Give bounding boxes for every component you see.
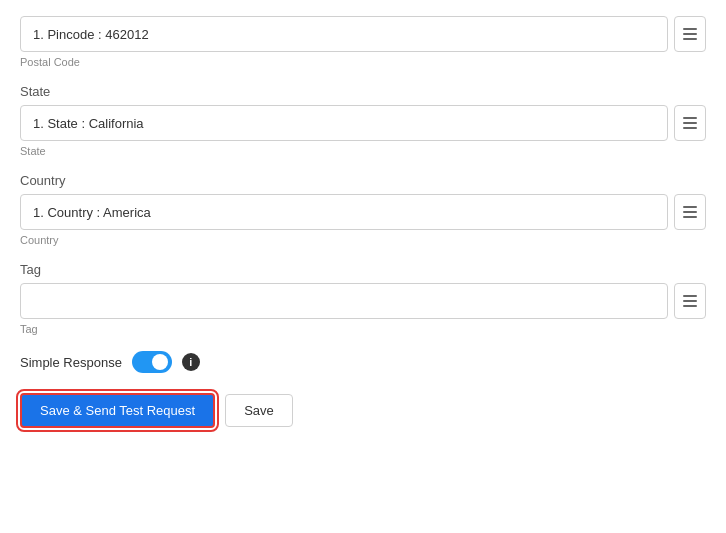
state-row bbox=[20, 105, 706, 141]
postal-code-sub-label: Postal Code bbox=[20, 56, 706, 68]
save-send-test-request-button[interactable]: Save & Send Test Request bbox=[20, 393, 215, 428]
country-row bbox=[20, 194, 706, 230]
tag-row bbox=[20, 283, 706, 319]
tag-group-label: Tag bbox=[20, 262, 706, 277]
state-sub-label: State bbox=[20, 145, 706, 157]
postal-code-menu-button[interactable] bbox=[674, 16, 706, 52]
state-input[interactable] bbox=[20, 105, 668, 141]
info-icon[interactable]: i bbox=[182, 353, 200, 371]
tag-group: Tag Tag bbox=[20, 262, 706, 335]
menu-icon bbox=[683, 295, 697, 307]
postal-code-row bbox=[20, 16, 706, 52]
buttons-row: Save & Send Test Request Save bbox=[20, 393, 706, 428]
state-menu-button[interactable] bbox=[674, 105, 706, 141]
country-group-label: Country bbox=[20, 173, 706, 188]
state-group-label: State bbox=[20, 84, 706, 99]
simple-response-toggle[interactable] bbox=[132, 351, 172, 373]
menu-icon bbox=[683, 117, 697, 129]
menu-icon bbox=[683, 206, 697, 218]
tag-sub-label: Tag bbox=[20, 323, 706, 335]
country-sub-label: Country bbox=[20, 234, 706, 246]
tag-menu-button[interactable] bbox=[674, 283, 706, 319]
country-menu-button[interactable] bbox=[674, 194, 706, 230]
simple-response-label: Simple Response bbox=[20, 355, 122, 370]
postal-code-input[interactable] bbox=[20, 16, 668, 52]
save-button[interactable]: Save bbox=[225, 394, 293, 427]
country-input[interactable] bbox=[20, 194, 668, 230]
simple-response-row: Simple Response i bbox=[20, 351, 706, 373]
menu-icon bbox=[683, 28, 697, 40]
postal-code-group: Postal Code bbox=[20, 16, 706, 68]
country-group: Country Country bbox=[20, 173, 706, 246]
form-container: Postal Code State State Country Country bbox=[20, 16, 706, 428]
toggle-slider bbox=[132, 351, 172, 373]
tag-input[interactable] bbox=[20, 283, 668, 319]
state-group: State State bbox=[20, 84, 706, 157]
